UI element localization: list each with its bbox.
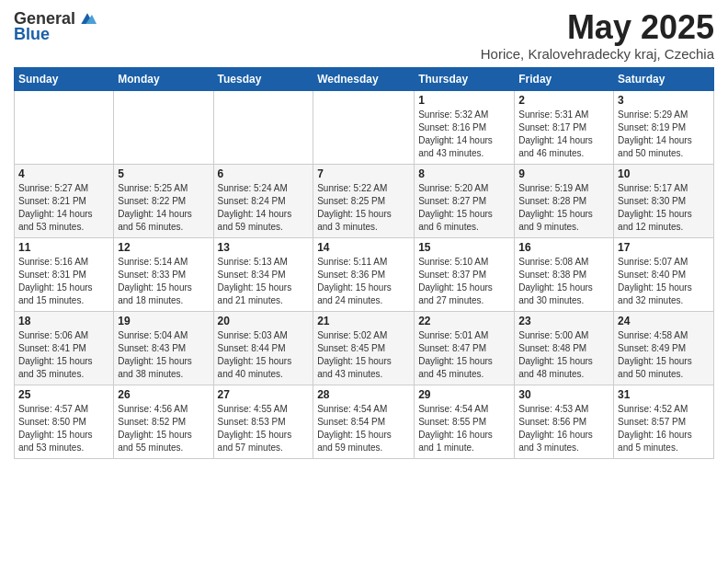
day-info: Sunrise: 5:19 AM Sunset: 8:28 PM Dayligh…: [518, 182, 609, 234]
calendar-cell: [15, 90, 114, 164]
day-number: 31: [618, 388, 710, 401]
day-info: Sunrise: 5:08 AM Sunset: 8:38 PM Dayligh…: [518, 256, 609, 307]
day-number: 16: [518, 241, 609, 254]
month-title: May 2025: [481, 9, 714, 46]
day-number: 11: [18, 241, 109, 254]
header-friday: Friday: [515, 67, 614, 90]
day-info: Sunrise: 5:07 AM Sunset: 8:40 PM Dayligh…: [618, 256, 710, 307]
day-info: Sunrise: 4:52 AM Sunset: 8:57 PM Dayligh…: [618, 403, 710, 454]
calendar-cell: 26Sunrise: 4:56 AM Sunset: 8:52 PM Dayli…: [114, 385, 213, 458]
calendar-cell: 22Sunrise: 5:01 AM Sunset: 8:47 PM Dayli…: [415, 311, 515, 385]
calendar-cell: 16Sunrise: 5:08 AM Sunset: 8:38 PM Dayli…: [515, 237, 614, 311]
title-area: May 2025 Horice, Kralovehradecky kraj, C…: [481, 9, 714, 62]
day-info: Sunrise: 5:01 AM Sunset: 8:47 PM Dayligh…: [418, 329, 510, 381]
week-row-2: 11Sunrise: 5:16 AM Sunset: 8:31 PM Dayli…: [15, 237, 714, 311]
calendar-cell: 19Sunrise: 5:04 AM Sunset: 8:43 PM Dayli…: [114, 311, 213, 385]
day-info: Sunrise: 5:31 AM Sunset: 8:17 PM Dayligh…: [518, 109, 609, 160]
week-row-1: 4Sunrise: 5:27 AM Sunset: 8:21 PM Daylig…: [15, 164, 714, 237]
header-tuesday: Tuesday: [213, 67, 313, 90]
day-info: Sunrise: 5:14 AM Sunset: 8:33 PM Dayligh…: [118, 256, 209, 307]
logo-icon: [78, 10, 97, 29]
day-info: Sunrise: 4:53 AM Sunset: 8:56 PM Dayligh…: [518, 403, 609, 454]
calendar-cell: 21Sunrise: 5:02 AM Sunset: 8:45 PM Dayli…: [313, 311, 415, 385]
day-number: 23: [518, 315, 609, 327]
day-number: 4: [18, 167, 109, 180]
day-number: 8: [418, 167, 510, 180]
header-sunday: Sunday: [15, 67, 114, 90]
day-number: 5: [118, 167, 209, 180]
day-info: Sunrise: 5:16 AM Sunset: 8:31 PM Dayligh…: [18, 256, 109, 307]
header-monday: Monday: [114, 67, 213, 90]
day-number: 30: [518, 388, 609, 401]
calendar-cell: 31Sunrise: 4:52 AM Sunset: 8:57 PM Dayli…: [614, 385, 714, 458]
calendar-cell: 6Sunrise: 5:24 AM Sunset: 8:24 PM Daylig…: [213, 164, 313, 237]
calendar-cell: 20Sunrise: 5:03 AM Sunset: 8:44 PM Dayli…: [213, 311, 313, 385]
day-number: 21: [317, 315, 410, 327]
calendar-cell: 12Sunrise: 5:14 AM Sunset: 8:33 PM Dayli…: [114, 237, 213, 311]
day-info: Sunrise: 4:57 AM Sunset: 8:50 PM Dayligh…: [18, 403, 109, 454]
day-number: 28: [317, 388, 410, 401]
day-info: Sunrise: 5:29 AM Sunset: 8:19 PM Dayligh…: [618, 109, 710, 160]
day-number: 2: [518, 94, 609, 107]
calendar-cell: 1Sunrise: 5:32 AM Sunset: 8:16 PM Daylig…: [415, 90, 515, 164]
header-saturday: Saturday: [614, 67, 714, 90]
calendar-table: SundayMondayTuesdayWednesdayThursdayFrid…: [14, 67, 714, 459]
day-number: 20: [218, 315, 310, 327]
day-number: 18: [18, 315, 109, 327]
day-number: 19: [118, 315, 209, 327]
day-number: 7: [317, 167, 410, 180]
day-number: 10: [618, 167, 710, 180]
day-info: Sunrise: 5:03 AM Sunset: 8:44 PM Dayligh…: [218, 329, 310, 381]
logo-blue-text: Blue: [14, 25, 50, 44]
day-number: 29: [418, 388, 510, 401]
calendar-cell: 23Sunrise: 5:00 AM Sunset: 8:48 PM Dayli…: [515, 311, 614, 385]
calendar-cell: [213, 90, 313, 164]
calendar-cell: 28Sunrise: 4:54 AM Sunset: 8:54 PM Dayli…: [313, 385, 415, 458]
calendar-cell: 8Sunrise: 5:20 AM Sunset: 8:27 PM Daylig…: [415, 164, 515, 237]
calendar-cell: 24Sunrise: 4:58 AM Sunset: 8:49 PM Dayli…: [614, 311, 714, 385]
calendar-cell: 29Sunrise: 4:54 AM Sunset: 8:55 PM Dayli…: [415, 385, 515, 458]
header-row: SundayMondayTuesdayWednesdayThursdayFrid…: [15, 67, 714, 90]
calendar-cell: [114, 90, 213, 164]
day-info: Sunrise: 5:04 AM Sunset: 8:43 PM Dayligh…: [118, 329, 209, 381]
day-info: Sunrise: 5:22 AM Sunset: 8:25 PM Dayligh…: [317, 182, 410, 234]
day-info: Sunrise: 5:24 AM Sunset: 8:24 PM Dayligh…: [218, 182, 310, 234]
calendar-cell: 2Sunrise: 5:31 AM Sunset: 8:17 PM Daylig…: [515, 90, 614, 164]
day-number: 27: [218, 388, 310, 401]
day-number: 3: [618, 94, 710, 107]
day-info: Sunrise: 5:25 AM Sunset: 8:22 PM Dayligh…: [118, 182, 209, 234]
calendar-cell: 5Sunrise: 5:25 AM Sunset: 8:22 PM Daylig…: [114, 164, 213, 237]
header-wednesday: Wednesday: [313, 67, 415, 90]
day-info: Sunrise: 4:54 AM Sunset: 8:55 PM Dayligh…: [418, 403, 510, 454]
day-info: Sunrise: 4:55 AM Sunset: 8:53 PM Dayligh…: [218, 403, 310, 454]
day-number: 1: [418, 94, 510, 107]
day-number: 15: [418, 241, 510, 254]
location: Horice, Kralovehradecky kraj, Czechia: [481, 46, 714, 62]
calendar-cell: 30Sunrise: 4:53 AM Sunset: 8:56 PM Dayli…: [515, 385, 614, 458]
calendar-cell: 14Sunrise: 5:11 AM Sunset: 8:36 PM Dayli…: [313, 237, 415, 311]
day-info: Sunrise: 5:17 AM Sunset: 8:30 PM Dayligh…: [618, 182, 710, 234]
calendar-cell: 4Sunrise: 5:27 AM Sunset: 8:21 PM Daylig…: [15, 164, 114, 237]
week-row-4: 25Sunrise: 4:57 AM Sunset: 8:50 PM Dayli…: [15, 385, 714, 458]
calendar-cell: 25Sunrise: 4:57 AM Sunset: 8:50 PM Dayli…: [15, 385, 114, 458]
day-info: Sunrise: 5:27 AM Sunset: 8:21 PM Dayligh…: [18, 182, 109, 234]
day-info: Sunrise: 4:56 AM Sunset: 8:52 PM Dayligh…: [118, 403, 209, 454]
calendar-cell: 17Sunrise: 5:07 AM Sunset: 8:40 PM Dayli…: [614, 237, 714, 311]
logo: General Blue: [14, 9, 97, 44]
week-row-0: 1Sunrise: 5:32 AM Sunset: 8:16 PM Daylig…: [15, 90, 714, 164]
day-number: 24: [618, 315, 710, 327]
calendar-cell: 18Sunrise: 5:06 AM Sunset: 8:41 PM Dayli…: [15, 311, 114, 385]
calendar-cell: 27Sunrise: 4:55 AM Sunset: 8:53 PM Dayli…: [213, 385, 313, 458]
calendar-cell: 10Sunrise: 5:17 AM Sunset: 8:30 PM Dayli…: [614, 164, 714, 237]
calendar-cell: 15Sunrise: 5:10 AM Sunset: 8:37 PM Dayli…: [415, 237, 515, 311]
calendar-cell: 11Sunrise: 5:16 AM Sunset: 8:31 PM Dayli…: [15, 237, 114, 311]
calendar-cell: 7Sunrise: 5:22 AM Sunset: 8:25 PM Daylig…: [313, 164, 415, 237]
day-info: Sunrise: 4:58 AM Sunset: 8:49 PM Dayligh…: [618, 329, 710, 381]
day-info: Sunrise: 4:54 AM Sunset: 8:54 PM Dayligh…: [317, 403, 410, 454]
day-number: 9: [518, 167, 609, 180]
day-number: 26: [118, 388, 209, 401]
day-number: 22: [418, 315, 510, 327]
day-number: 13: [218, 241, 310, 254]
header-thursday: Thursday: [415, 67, 515, 90]
day-number: 14: [317, 241, 410, 254]
